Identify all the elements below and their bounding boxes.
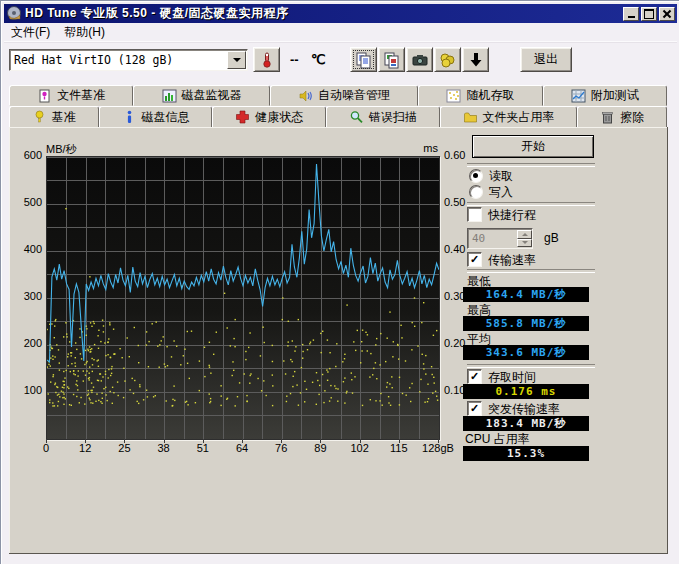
x-tick-label: 0 [24, 442, 68, 454]
cpu-usage-value-display: 15.3% [463, 446, 589, 461]
tab-row-front: 基准 磁盘信息 健康状态 错误扫描 文件夹占用率 擦除 [9, 106, 667, 128]
drive-select[interactable]: Red Hat VirtIO (128 gB) [9, 49, 248, 71]
read-radio[interactable] [469, 169, 483, 183]
y-left-tick-label: 300 [11, 290, 42, 302]
tab-label: 磁盘监视器 [182, 87, 242, 104]
read-radio-label[interactable]: 读取 [489, 168, 513, 185]
separator [467, 364, 595, 368]
x-tick-mark [203, 439, 204, 443]
check-icon: ✓ [470, 371, 479, 382]
x-tick-label: 25 [102, 442, 146, 454]
short-stroke-value: 40 [468, 232, 517, 245]
tab-extra-tests[interactable]: 附加测试 [543, 85, 667, 106]
tab-label: 附加测试 [591, 87, 639, 104]
save-results-button[interactable] [462, 47, 489, 72]
write-radio[interactable] [469, 185, 483, 199]
separator [467, 202, 595, 206]
tab-aam[interactable]: 自动噪音管理 [270, 85, 418, 106]
tab-disk-info[interactable]: 磁盘信息 [99, 106, 213, 128]
copy-image-icon [383, 51, 401, 69]
close-button[interactable] [659, 7, 675, 21]
x-tick-mark [438, 439, 439, 443]
separator [467, 163, 595, 167]
tab-erase[interactable]: 擦除 [577, 106, 667, 128]
temperature-value: -- [290, 52, 299, 67]
tab-label: 健康状态 [255, 109, 303, 126]
tab-error-scan[interactable]: 错误扫描 [326, 106, 440, 128]
window-title: HD Tune 专业版 5.50 - 硬盘/固态硬盘实用程序 [25, 5, 623, 22]
x-tick-mark [164, 439, 165, 443]
transfer-rate-checkbox[interactable]: ✓ [467, 252, 482, 267]
x-tick-mark [320, 439, 321, 443]
exit-button-label: 退出 [534, 51, 558, 68]
stepper-down-button[interactable] [517, 239, 532, 248]
drive-select-dropdown-button[interactable] [227, 51, 246, 69]
tab-label: 文件夹占用率 [483, 109, 555, 126]
y-left-tick-label: 200 [11, 337, 42, 349]
tab-random-access[interactable]: 随机存取 [418, 85, 542, 106]
donate-button[interactable] [434, 47, 461, 72]
tab-label: 基准 [52, 109, 76, 126]
x-tick-label: 102 [338, 442, 382, 454]
tab-health[interactable]: 健康状态 [212, 106, 326, 128]
minimize-icon [628, 16, 635, 18]
toolbar-divider [4, 41, 677, 43]
copy-image-button[interactable] [378, 47, 405, 72]
app-icon [7, 6, 22, 21]
tab-benchmark[interactable]: 基准 [9, 106, 99, 128]
y-left-tick-label: 400 [11, 243, 42, 255]
tab-disk-monitor[interactable]: 磁盘监视器 [133, 85, 269, 106]
short-stroke-stepper[interactable]: 40 [467, 228, 533, 249]
start-button[interactable]: 开始 [472, 135, 594, 158]
tab-folder-usage[interactable]: 文件夹占用率 [440, 106, 578, 128]
transfer-rate-label[interactable]: 传输速率 [488, 252, 536, 269]
short-stroke-unit: gB [544, 231, 559, 245]
camera-icon [411, 51, 429, 69]
file-benchmark-icon [37, 89, 52, 103]
folder-icon [463, 110, 478, 124]
maximize-button[interactable] [641, 7, 657, 21]
maximize-icon [644, 9, 654, 19]
burst-rate-checkbox[interactable]: ✓ [467, 401, 482, 416]
stepper-up-button[interactable] [517, 230, 532, 239]
extra-tests-icon [571, 89, 586, 103]
x-tick-label: 12 [63, 442, 107, 454]
close-icon [663, 10, 671, 18]
x-tick-label: 38 [142, 442, 186, 454]
tab-label: 自动噪音管理 [318, 87, 390, 104]
tab-label: 磁盘信息 [142, 109, 190, 126]
thermometer-icon [259, 52, 275, 68]
speaker-icon [298, 89, 313, 103]
minimize-button[interactable] [623, 7, 639, 21]
burst-rate-value-display: 183.4 MB/秒 [463, 416, 589, 431]
menu-help[interactable]: 帮助(H) [57, 23, 112, 42]
short-stroke-label[interactable]: 快捷行程 [488, 207, 536, 224]
exit-button[interactable]: 退出 [520, 47, 572, 72]
short-stroke-checkbox[interactable]: ✓ [467, 207, 482, 222]
minimum-value-display: 164.4 MB/秒 [463, 287, 589, 302]
x-tick-label: 89 [298, 442, 342, 454]
trash-icon [600, 110, 615, 124]
x-tick-label: 115 [377, 442, 421, 454]
tab-file-benchmark[interactable]: 文件基准 [9, 85, 133, 106]
y-right-tick-label: 0.60 [444, 149, 465, 161]
check-icon: ✓ [470, 254, 479, 265]
x-tick-label: 51 [181, 442, 225, 454]
temperature-button[interactable] [253, 47, 280, 72]
access-time-value-display: 0.176 ms [463, 384, 589, 399]
y-right-axis-unit: ms [401, 142, 438, 154]
y-left-axis-unit: MB/秒 [46, 142, 77, 157]
hd-tune-window: HD Tune 专业版 5.50 - 硬盘/固态硬盘实用程序 文件(F) 帮助(… [0, 0, 679, 564]
tab-label: 错误扫描 [369, 109, 417, 126]
copy-text-button[interactable] [350, 47, 377, 72]
screenshot-button[interactable] [406, 47, 433, 72]
tab-row-back: 文件基准 磁盘监视器 自动噪音管理 随机存取 附加测试 [9, 85, 667, 106]
maximum-value-display: 585.8 MB/秒 [463, 316, 589, 331]
access-time-checkbox[interactable]: ✓ [467, 369, 482, 384]
titlebar[interactable]: HD Tune 专业版 5.50 - 硬盘/固态硬盘实用程序 [4, 4, 677, 23]
menu-file[interactable]: 文件(F) [4, 23, 57, 42]
write-radio-label[interactable]: 写入 [489, 184, 513, 201]
copy-icon [355, 51, 373, 69]
start-button-label: 开始 [521, 138, 545, 155]
y-left-tick-label: 600 [11, 149, 42, 161]
